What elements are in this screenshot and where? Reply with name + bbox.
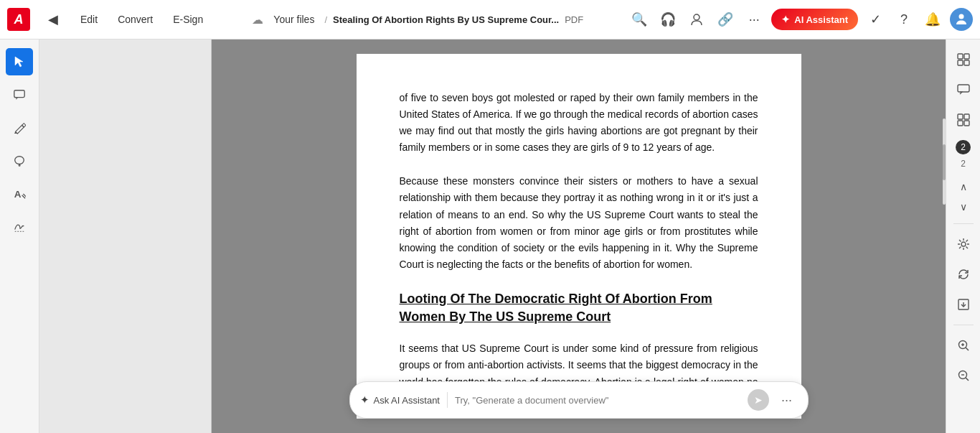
right-panel-separator <box>953 223 974 224</box>
draw-tool-button[interactable] <box>6 114 33 141</box>
ai-assistant-button[interactable]: ✦ AI Assistant <box>771 9 858 30</box>
your-files-link[interactable]: Your files <box>269 11 319 28</box>
ai-assistant-icon: ✦ <box>781 14 790 25</box>
svg-rect-15 <box>964 121 969 126</box>
document-format: PDF <box>565 14 583 25</box>
more-options-button[interactable]: ··· <box>743 8 765 31</box>
menu-item-esign[interactable]: E-Sign <box>169 11 207 28</box>
zoom-out-button[interactable] <box>951 363 976 388</box>
search-button[interactable]: 🔍 <box>628 8 651 31</box>
document-title: Stealing Of Abortion Rights By US Suprem… <box>333 14 559 25</box>
ai-chat-icon: ✦ <box>360 394 369 406</box>
ai-chat-bar: ✦ Ask AI Assistant ➤ ··· <box>349 381 809 419</box>
main-area: A of five to seven boys got molested or … <box>0 39 980 433</box>
cloud-icon: ☁ <box>252 13 263 27</box>
signature-icon <box>13 220 26 233</box>
menu-bar-left: A ◀ Edit Convert E-Sign <box>7 8 207 31</box>
svg-point-0 <box>694 14 699 20</box>
right-panel-comment-button[interactable] <box>951 77 976 103</box>
left-toolbar: A <box>0 39 39 433</box>
link-button[interactable]: 🔗 <box>714 8 737 31</box>
svg-rect-10 <box>964 60 969 65</box>
audio-button[interactable]: 🎧 <box>656 8 679 31</box>
pdf-paragraph-2: Because these monsters convince their si… <box>400 173 758 273</box>
right-comment-icon <box>956 83 971 97</box>
svg-rect-12 <box>958 114 963 119</box>
page-down-button[interactable]: ∨ <box>952 197 975 216</box>
pdf-heading: Looting Of The Democratic Right Of Abort… <box>400 290 758 326</box>
page-up-button[interactable]: ∧ <box>952 177 975 196</box>
back-button[interactable]: ◀ <box>42 8 65 31</box>
breadcrumb-area: ☁ Your files / Stealing Of Abortion Righ… <box>207 11 628 28</box>
right-panel-separator-2 <box>953 325 974 325</box>
svg-point-1 <box>959 14 964 19</box>
svg-point-3 <box>15 157 24 164</box>
ai-chat-divider <box>447 392 448 408</box>
menu-bar-right: 🔍 🎧 🔗 ··· ✦ AI Assistant ✓ ? 🔔 <box>628 8 973 31</box>
right-panel: 2 2 ∧ ∨ <box>946 39 980 433</box>
acrobat-logo[interactable]: A <box>7 8 30 31</box>
comment-tool-button[interactable] <box>6 81 33 108</box>
draw-icon <box>13 121 26 134</box>
help-button[interactable]: ? <box>892 8 915 31</box>
page-count-label: 2 <box>961 159 966 169</box>
zoom-in-icon <box>956 338 971 353</box>
zoom-in-button[interactable] <box>951 332 976 358</box>
check-button[interactable]: ✓ <box>864 8 887 31</box>
menu-bar: A ◀ Edit Convert E-Sign ☁ Your files / S… <box>0 0 980 39</box>
cursor-tool-button[interactable] <box>6 48 33 75</box>
ai-chat-send-button[interactable]: ➤ <box>748 389 769 411</box>
pdf-area: of five to seven boys got molested or ra… <box>212 39 946 433</box>
share-user-button[interactable] <box>685 8 708 31</box>
page-number-badge: 2 <box>956 140 971 154</box>
svg-rect-11 <box>958 85 969 92</box>
left-panel <box>39 39 212 433</box>
user-avatar[interactable] <box>950 8 973 31</box>
svg-point-16 <box>961 242 966 246</box>
avatar-icon <box>954 12 969 27</box>
export-button[interactable] <box>951 292 976 317</box>
export-icon <box>956 297 971 312</box>
pdf-page: of five to seven boys got molested or ra… <box>357 54 801 419</box>
svg-text:A: A <box>14 189 22 200</box>
breadcrumb-separator: / <box>324 14 327 25</box>
lasso-tool-button[interactable] <box>6 147 33 174</box>
menu-item-edit[interactable]: Edit <box>76 11 102 28</box>
pdf-paragraph-1: of five to seven boys got molested or ra… <box>400 90 758 156</box>
svg-line-22 <box>966 348 969 350</box>
settings-icon <box>956 237 971 251</box>
navigation-arrows: ∧ ∨ <box>952 177 975 216</box>
refresh-icon <box>956 267 971 281</box>
right-panel-edit-button[interactable] <box>951 47 976 73</box>
svg-rect-8 <box>964 54 969 59</box>
settings-button[interactable] <box>951 231 976 257</box>
svg-rect-14 <box>958 121 963 126</box>
scrollbar-track[interactable] <box>943 118 946 205</box>
grid-icon <box>956 113 971 127</box>
svg-rect-13 <box>964 114 969 119</box>
svg-rect-2 <box>14 90 24 98</box>
svg-line-25 <box>966 378 969 381</box>
ai-chat-label-text: Ask AI Assistant <box>374 395 440 406</box>
text-tool-button[interactable]: A <box>6 180 33 208</box>
refresh-button[interactable] <box>951 261 976 287</box>
scrollbar-thumb[interactable] <box>943 144 946 180</box>
ai-chat-more-button[interactable]: ··· <box>776 389 798 411</box>
svg-rect-7 <box>958 54 963 59</box>
notifications-button[interactable]: 🔔 <box>921 8 944 31</box>
ai-assistant-label: AI Assistant <box>794 14 848 25</box>
ai-chat-label: ✦ Ask AI Assistant <box>360 394 440 406</box>
right-panel-grid-button[interactable] <box>951 107 976 133</box>
signature-tool-button[interactable] <box>6 213 33 241</box>
edit-view-icon <box>956 52 971 67</box>
ai-chat-input[interactable] <box>455 395 740 406</box>
lasso-icon <box>13 154 26 167</box>
cursor-icon <box>13 55 26 68</box>
svg-rect-9 <box>958 60 963 65</box>
comment-icon <box>13 88 26 101</box>
zoom-out-icon <box>956 368 971 383</box>
menu-item-convert[interactable]: Convert <box>113 11 157 28</box>
share-user-icon <box>689 12 704 27</box>
text-icon: A <box>13 187 26 200</box>
ai-chat-send-icon: ➤ <box>754 394 763 406</box>
